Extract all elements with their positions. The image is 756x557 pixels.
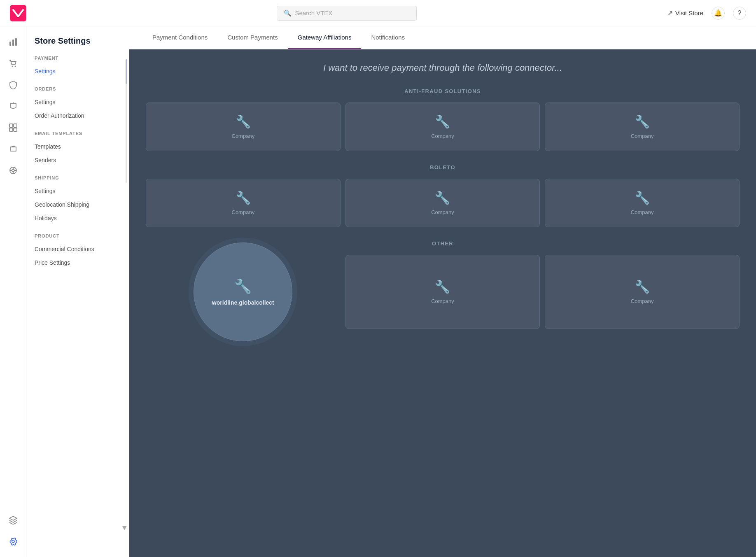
external-link-icon: ↗: [667, 9, 673, 17]
svg-rect-0: [10, 5, 26, 21]
nav-promotions[interactable]: [4, 97, 22, 115]
company-label: Company: [431, 298, 454, 304]
company-card[interactable]: 🔧 Company: [345, 103, 540, 151]
tabs-bar: Payment Conditions Custom Payments Gatew…: [129, 26, 756, 49]
sidebar-scrollbar-thumb: [126, 59, 127, 84]
company-label: Company: [232, 133, 255, 139]
svg-rect-3: [15, 38, 17, 46]
sidebar-link-holidays[interactable]: Holidays: [35, 212, 121, 225]
anti-fraud-label: ANTI-FRAUD SOLUTIONS: [146, 88, 740, 94]
visit-store-label: Visit Store: [675, 9, 703, 16]
nav-catalog[interactable]: [4, 76, 22, 94]
tab-gateway-affiliations[interactable]: Gateway Affiliations: [288, 26, 362, 49]
tab-notifications[interactable]: Notifications: [361, 26, 415, 49]
svg-point-12: [12, 540, 14, 543]
worldline-label: worldline.globalcollect: [207, 299, 279, 306]
search-placeholder: Search VTEX: [295, 9, 332, 16]
svg-rect-2: [12, 40, 14, 46]
main-layout: Store Settings PAYMENT Settings ORDERS S…: [0, 26, 756, 557]
visit-store-link[interactable]: ↗ Visit Store: [667, 9, 703, 17]
nav-logistics[interactable]: [4, 140, 22, 158]
wrench-icon: 🔧: [635, 114, 650, 129]
help-button[interactable]: ?: [733, 7, 746, 20]
tab-custom-payments[interactable]: Custom Payments: [217, 26, 288, 49]
sidebar-scroll-down-arrow[interactable]: ▼: [121, 524, 128, 532]
nav-marketplace[interactable]: [4, 161, 22, 179]
sidebar-link-payment-settings[interactable]: Settings: [35, 65, 121, 78]
search-bar[interactable]: 🔍 Search VTEX: [277, 6, 417, 21]
sidebar-section-product: PRODUCT: [35, 233, 121, 238]
svg-point-11: [12, 169, 14, 172]
nav-settings[interactable]: [4, 532, 22, 550]
company-label: Company: [631, 209, 654, 215]
company-card[interactable]: 🔧 Company: [146, 103, 341, 151]
svg-rect-9: [14, 128, 17, 131]
other-grid: 🔧 worldline.globalcollect 🔧 Company 🔧 Co…: [146, 255, 740, 329]
boleto-section: BOLETO 🔧 Company 🔧 Company 🔧 Company: [146, 164, 740, 227]
gateway-content: I want to receive payment through the fo…: [129, 49, 756, 557]
company-card[interactable]: 🔧 Company: [545, 255, 740, 329]
wrench-icon: 🔧: [435, 191, 450, 205]
wrench-icon: 🔧: [236, 114, 251, 129]
tab-payment-conditions[interactable]: Payment Conditions: [142, 26, 217, 49]
icon-sidebar: [0, 26, 26, 557]
wrench-icon: 🔧: [234, 278, 252, 294]
vtex-logo[interactable]: [10, 5, 26, 21]
company-label: Company: [431, 133, 454, 139]
boleto-grid: 🔧 Company 🔧 Company 🔧 Company: [146, 179, 740, 227]
sidebar-section-payment: PAYMENT: [35, 56, 121, 61]
anti-fraud-section: ANTI-FRAUD SOLUTIONS 🔧 Company 🔧 Company…: [146, 88, 740, 151]
anti-fraud-grid: 🔧 Company 🔧 Company 🔧 Company: [146, 103, 740, 151]
svg-rect-7: [14, 124, 17, 127]
sidebar-link-order-authorization[interactable]: Order Authorization: [35, 109, 121, 123]
sidebar-link-geolocation[interactable]: Geolocation Shipping: [35, 198, 121, 212]
other-section: OTHER 🔧 worldline.globalcollect 🔧 Compan…: [146, 240, 740, 329]
company-card[interactable]: 🔧 Company: [545, 103, 740, 151]
company-card[interactable]: 🔧 Company: [545, 179, 740, 227]
company-label: Company: [631, 133, 654, 139]
content-subtitle: I want to receive payment through the fo…: [146, 63, 740, 73]
svg-point-4: [12, 66, 13, 67]
company-label: Company: [631, 298, 654, 304]
company-card[interactable]: 🔧 Company: [345, 255, 540, 329]
sidebar-link-commercial-conditions[interactable]: Commercial Conditions: [35, 242, 121, 256]
company-label: Company: [232, 209, 255, 215]
top-bar-actions: ↗ Visit Store 🔔 ?: [667, 7, 746, 20]
sidebar-link-price-settings[interactable]: Price Settings: [35, 256, 121, 270]
nav-storefront[interactable]: [4, 119, 22, 137]
svg-rect-1: [9, 42, 11, 46]
wrench-icon: 🔧: [635, 280, 650, 294]
company-card[interactable]: 🔧 Company: [345, 179, 540, 227]
svg-rect-8: [9, 128, 13, 131]
svg-point-5: [14, 66, 16, 67]
wrench-icon: 🔧: [635, 191, 650, 205]
svg-rect-6: [9, 124, 13, 127]
sidebar-link-templates[interactable]: Templates: [35, 140, 121, 154]
sidebar-link-orders-settings[interactable]: Settings: [35, 96, 121, 109]
search-icon: 🔍: [284, 9, 292, 17]
worldline-card[interactable]: 🔧 worldline.globalcollect: [194, 242, 292, 341]
wrench-icon: 🔧: [435, 114, 450, 129]
company-label: Company: [431, 209, 454, 215]
text-sidebar: Store Settings PAYMENT Settings ORDERS S…: [26, 26, 129, 557]
company-card[interactable]: 🔧 Company: [146, 179, 341, 227]
wrench-icon: 🔧: [435, 280, 450, 294]
notifications-bell[interactable]: 🔔: [712, 7, 725, 20]
boleto-label: BOLETO: [146, 164, 740, 170]
sidebar-section-email-templates: EMAIL TEMPLATES: [35, 131, 121, 136]
sidebar-section-orders: ORDERS: [35, 86, 121, 91]
content-area: Payment Conditions Custom Payments Gatew…: [129, 26, 756, 557]
nav-layers[interactable]: [4, 511, 22, 529]
nav-analytics[interactable]: [4, 33, 22, 51]
sidebar-section-shipping: SHIPPING: [35, 175, 121, 180]
sidebar-title: Store Settings: [35, 36, 121, 46]
nav-cart[interactable]: [4, 54, 22, 72]
sidebar-link-shipping-settings[interactable]: Settings: [35, 184, 121, 198]
wrench-icon: 🔧: [236, 191, 251, 205]
top-bar: 🔍 Search VTEX ↗ Visit Store 🔔 ?: [0, 0, 756, 26]
sidebar-link-senders[interactable]: Senders: [35, 154, 121, 167]
